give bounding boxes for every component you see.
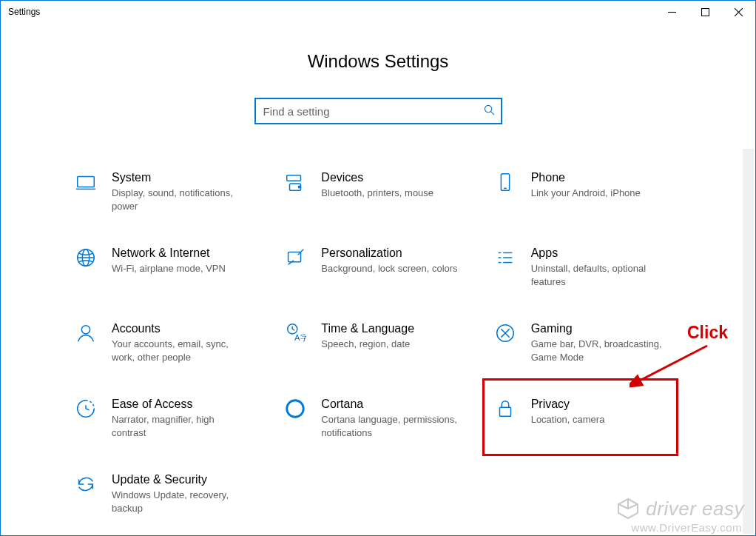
svg-point-4 bbox=[485, 105, 491, 112]
search-wrap bbox=[1, 98, 755, 124]
tile-subtitle: Link your Android, iPhone bbox=[531, 187, 669, 200]
tile-title: Apps bbox=[531, 247, 669, 260]
tile-subtitle: Background, lock screen, colors bbox=[321, 262, 459, 275]
cortana-icon bbox=[283, 398, 308, 423]
scrollbar[interactable] bbox=[743, 149, 754, 534]
tile-subtitle: Narrator, magnifier, high contrast bbox=[112, 413, 250, 439]
tile-title: Phone bbox=[531, 171, 669, 184]
search-input[interactable] bbox=[263, 105, 484, 118]
svg-text:A字: A字 bbox=[294, 334, 306, 343]
tile-network[interactable]: Network & InternetWi-Fi, airplane mode, … bbox=[67, 241, 269, 294]
tile-title: Network & Internet bbox=[112, 247, 250, 260]
tile-privacy[interactable]: PrivacyLocation, camera bbox=[487, 392, 689, 445]
tile-subtitle: Speech, region, date bbox=[321, 338, 459, 351]
tile-title: Cortana bbox=[321, 398, 459, 411]
paint-icon bbox=[283, 247, 308, 272]
svg-rect-6 bbox=[78, 177, 95, 187]
tile-title: Privacy bbox=[531, 398, 669, 411]
settings-window: Settings Windows Settings SystemDisplay,… bbox=[0, 0, 756, 536]
phone-icon bbox=[493, 171, 518, 196]
lock-icon bbox=[493, 398, 518, 423]
tile-title: System bbox=[112, 171, 250, 184]
svg-rect-8 bbox=[287, 175, 301, 181]
tile-title: Ease of Access bbox=[112, 398, 250, 411]
tile-cortana[interactable]: CortanaCortana language, permissions, no… bbox=[277, 392, 479, 445]
tile-subtitle: Game bar, DVR, broadcasting, Game Mode bbox=[531, 338, 669, 364]
tile-subtitle: Uninstall, defaults, optional features bbox=[531, 262, 669, 288]
tile-system[interactable]: SystemDisplay, sound, notifications, pow… bbox=[67, 165, 269, 218]
tile-time-language[interactable]: A字 Time & LanguageSpeech, region, date bbox=[277, 316, 479, 369]
tile-subtitle: Your accounts, email, sync, work, other … bbox=[112, 338, 250, 364]
svg-point-32 bbox=[287, 401, 304, 418]
tile-accounts[interactable]: AccountsYour accounts, email, sync, work… bbox=[67, 316, 269, 369]
search-icon bbox=[484, 104, 495, 118]
svg-line-27 bbox=[293, 329, 295, 331]
tile-title: Time & Language bbox=[321, 322, 459, 335]
page-title: Windows Settings bbox=[1, 51, 755, 72]
tile-subtitle: Cortana language, permissions, notificat… bbox=[321, 413, 459, 439]
search-box[interactable] bbox=[254, 98, 502, 124]
tile-ease-of-access[interactable]: Ease of AccessNarrator, magnifier, high … bbox=[67, 392, 269, 445]
tile-gaming[interactable]: GamingGame bar, DVR, broadcasting, Game … bbox=[487, 316, 689, 369]
settings-grid: SystemDisplay, sound, notifications, pow… bbox=[67, 165, 689, 520]
close-button[interactable] bbox=[722, 1, 755, 23]
tile-devices[interactable]: DevicesBluetooth, printers, mouse bbox=[277, 165, 479, 218]
svg-rect-1 bbox=[702, 8, 709, 16]
window-title: Settings bbox=[8, 7, 40, 17]
svg-rect-33 bbox=[499, 407, 510, 416]
tile-subtitle: Location, camera bbox=[531, 413, 669, 426]
svg-line-31 bbox=[86, 409, 90, 410]
tile-title: Update & Security bbox=[112, 473, 250, 486]
tile-subtitle: Display, sound, notifications, power bbox=[112, 187, 250, 212]
devices-icon bbox=[283, 171, 308, 196]
tile-apps[interactable]: AppsUninstall, defaults, optional featur… bbox=[487, 241, 689, 294]
svg-point-24 bbox=[81, 326, 90, 334]
time-language-icon: A字 bbox=[283, 322, 308, 347]
tile-subtitle: Bluetooth, printers, mouse bbox=[321, 187, 459, 200]
svg-point-10 bbox=[299, 186, 300, 187]
tile-personalization[interactable]: PersonalizationBackground, lock screen, … bbox=[277, 241, 479, 294]
ease-icon bbox=[73, 398, 98, 423]
tile-title: Devices bbox=[321, 171, 459, 184]
watermark-url: www.DriverEasy.com bbox=[631, 521, 742, 534]
minimize-button[interactable] bbox=[655, 1, 689, 23]
person-icon bbox=[73, 322, 98, 347]
tile-subtitle: Windows Update, recovery, backup bbox=[112, 489, 250, 515]
update-icon bbox=[73, 473, 98, 498]
maximize-button[interactable] bbox=[689, 1, 722, 23]
gaming-icon bbox=[493, 322, 518, 347]
tile-update-security[interactable]: Update & SecurityWindows Update, recover… bbox=[67, 467, 269, 520]
tile-title: Gaming bbox=[531, 322, 669, 335]
svg-line-5 bbox=[490, 112, 494, 115]
system-icon bbox=[73, 171, 98, 196]
tile-title: Accounts bbox=[112, 322, 250, 335]
callout-label: Click bbox=[687, 323, 728, 343]
tile-title: Personalization bbox=[321, 247, 459, 260]
globe-icon bbox=[73, 247, 98, 272]
window-controls bbox=[655, 1, 755, 23]
titlebar: Settings bbox=[1, 1, 755, 23]
tile-phone[interactable]: PhoneLink your Android, iPhone bbox=[487, 165, 689, 218]
apps-icon bbox=[493, 247, 518, 272]
tile-subtitle: Wi-Fi, airplane mode, VPN bbox=[112, 262, 250, 275]
